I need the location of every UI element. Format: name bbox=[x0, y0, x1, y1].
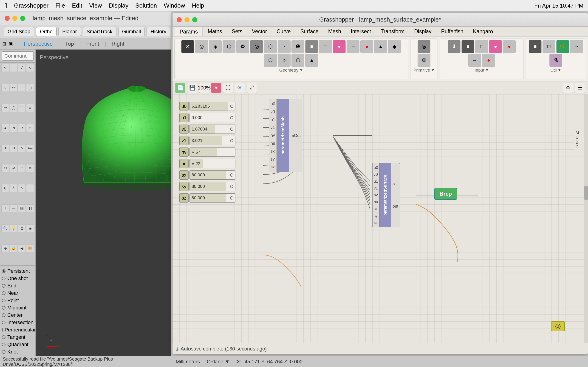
polyline-tool[interactable]: ╱ bbox=[18, 64, 26, 72]
gh-save-btn[interactable]: 💾 bbox=[187, 83, 197, 93]
param-label-u1[interactable]: u1 bbox=[179, 113, 189, 122]
array-tool[interactable]: ⋮ bbox=[26, 184, 34, 192]
gh-fullscreen-btn[interactable]: ⛶ bbox=[223, 83, 233, 93]
osnap-knot[interactable]: Knot bbox=[2, 348, 34, 356]
sweep-tool[interactable]: ⟳ bbox=[18, 124, 26, 132]
maximize-button[interactable] bbox=[20, 16, 25, 21]
gh-close-button[interactable] bbox=[177, 17, 182, 22]
icon-util-arrow[interactable]: → bbox=[570, 40, 583, 53]
gh-options-btn[interactable]: ☰ bbox=[575, 83, 585, 93]
icon-input-arrow[interactable]: → bbox=[468, 54, 481, 67]
gh-settings-btn[interactable]: ⚙ bbox=[563, 83, 573, 93]
dim-tool[interactable]: ↔ bbox=[10, 204, 17, 212]
param-label-sz[interactable]: sz bbox=[179, 193, 189, 202]
osnap-perpendicular[interactable]: Perpendicular bbox=[2, 326, 34, 334]
offset-tool[interactable]: ≡ bbox=[26, 104, 34, 112]
icon-diamond[interactable]: ◈ bbox=[209, 40, 222, 53]
param-label-u0[interactable]: u0 bbox=[179, 102, 189, 111]
explode-tool[interactable]: ✶ bbox=[26, 164, 34, 172]
trim-tool[interactable]: ✂ bbox=[1, 164, 9, 172]
gh-scrollbar-thumb-v[interactable] bbox=[584, 186, 588, 200]
command-input[interactable] bbox=[2, 51, 34, 60]
icon-sq2[interactable]: □ bbox=[319, 40, 332, 53]
parametrized-surface-node[interactable]: u0 v0 u1 v1 nv nu sx sy sz parametrizedS… bbox=[372, 163, 400, 227]
param-label-sx[interactable]: sx bbox=[179, 170, 189, 180]
osnap-tangent[interactable]: Tangent bbox=[2, 334, 34, 341]
tab-params[interactable]: Params bbox=[175, 27, 203, 36]
osnap-center[interactable]: Center bbox=[2, 311, 34, 319]
param-slider-sx[interactable]: 80.000 bbox=[190, 170, 235, 180]
parametrized-mesh-node[interactable]: u0 v0 u1 v1 nv nu sx sy sz parametrizedM… bbox=[269, 99, 302, 172]
tab-right[interactable]: Right bbox=[107, 39, 129, 48]
gh-bake-btn[interactable]: 🖊 bbox=[247, 83, 257, 93]
menu-window[interactable]: Window bbox=[164, 2, 185, 9]
smarttrack-button[interactable]: SmartTrack bbox=[83, 27, 116, 36]
osnap-persistent[interactable]: Persistent bbox=[2, 267, 34, 275]
tab-sets[interactable]: Sets bbox=[227, 27, 247, 36]
osnap-end[interactable]: End bbox=[2, 282, 34, 290]
gh-new-btn[interactable]: 📄 bbox=[175, 83, 185, 93]
freeform-tool[interactable]: 〜 bbox=[1, 104, 9, 112]
loft-tool[interactable]: ⊓ bbox=[26, 124, 34, 132]
param-slider-v1[interactable]: 3.021 bbox=[190, 136, 235, 145]
split-tool[interactable]: ⊘ bbox=[10, 164, 17, 172]
block-tool[interactable]: ◧ bbox=[26, 204, 34, 212]
icon-sq1[interactable]: ■ bbox=[305, 40, 318, 53]
tab-maths[interactable]: Maths bbox=[203, 27, 227, 36]
osnap-near[interactable]: Near bbox=[2, 290, 34, 297]
icon-util-sq2[interactable]: □ bbox=[543, 40, 555, 53]
viewport-layout-icon[interactable]: ▣ bbox=[9, 41, 13, 47]
icon-circle3[interactable]: ○ bbox=[278, 54, 291, 67]
tab-front[interactable]: Front bbox=[82, 39, 104, 48]
rect-tool[interactable]: □ bbox=[18, 84, 26, 92]
move-tool[interactable]: ✛ bbox=[1, 144, 9, 152]
icon-hex3[interactable]: ⬡ bbox=[264, 54, 277, 67]
icon-input-down[interactable]: ⬇ bbox=[448, 40, 460, 53]
tab-transform[interactable]: Transform bbox=[376, 27, 409, 36]
osnap-intersection[interactable]: Intersection bbox=[2, 319, 34, 326]
gh-zoom-heart[interactable]: ♥ bbox=[211, 83, 221, 93]
icon-circle1[interactable]: ◎ bbox=[195, 40, 208, 53]
close-button[interactable] bbox=[5, 16, 10, 21]
icon-input-sq2[interactable]: □ bbox=[475, 40, 488, 53]
layer-tool[interactable]: ≣ bbox=[18, 224, 26, 232]
icon-hex1[interactable]: ⬡ bbox=[223, 40, 235, 53]
brep-node[interactable]: Brep bbox=[434, 188, 457, 200]
gh-canvas[interactable]: u0 6.283185 u1 0.000 v0 bbox=[173, 94, 588, 354]
polygon-tool[interactable]: ⬡ bbox=[26, 84, 34, 92]
param-slider-nu[interactable]: ⋄ 22 bbox=[190, 159, 235, 168]
snap-tool[interactable]: ⊙ bbox=[1, 244, 9, 252]
apple-menu[interactable]:  bbox=[5, 2, 7, 10]
arc-tool[interactable]: ◠ bbox=[10, 84, 17, 92]
icon-input-sq1[interactable]: ■ bbox=[461, 40, 474, 53]
tab-display[interactable]: Display bbox=[409, 27, 436, 36]
tab-intersect[interactable]: Intersect bbox=[346, 27, 376, 36]
icon-util-flask[interactable]: ⚗ bbox=[549, 54, 562, 67]
param-slider-u0[interactable]: 6.283185 bbox=[190, 102, 235, 111]
extrude-tool[interactable]: ▲ bbox=[1, 124, 9, 132]
gh-preview-btn[interactable]: 👁 bbox=[235, 83, 245, 93]
param-label-sy[interactable]: sy bbox=[179, 182, 189, 191]
text-tool[interactable]: T bbox=[1, 204, 9, 212]
boolean-union[interactable]: ∪ bbox=[1, 184, 9, 192]
icon-hex2[interactable]: ⬡ bbox=[264, 40, 277, 53]
gh-minimize-button[interactable] bbox=[184, 17, 190, 22]
param-slider-v0[interactable]: 1.67604 bbox=[190, 125, 235, 134]
icon-input-pink[interactable]: ● bbox=[489, 40, 502, 53]
osnap-point[interactable]: Point bbox=[2, 297, 34, 304]
gumball-button[interactable]: Gumball bbox=[118, 27, 145, 36]
icon-arrow[interactable]: → bbox=[346, 40, 359, 53]
param-label-nu[interactable]: nu bbox=[179, 159, 189, 168]
icon-prim-num[interactable]: ① bbox=[418, 54, 431, 67]
menu-edit[interactable]: Edit bbox=[72, 2, 82, 9]
osnap-quadrant[interactable]: Quadrant bbox=[2, 341, 34, 348]
param-label-v0[interactable]: v0 bbox=[179, 125, 189, 134]
menu-solution[interactable]: Solution bbox=[135, 2, 157, 9]
icon-red-ball[interactable]: ● bbox=[360, 40, 373, 53]
viewport-split-icon[interactable]: ⊞ bbox=[2, 41, 6, 47]
icon-tri2[interactable]: ▲ bbox=[305, 54, 318, 67]
boolean-diff[interactable]: ∖ bbox=[10, 184, 17, 192]
curve-tool[interactable]: ∿ bbox=[26, 64, 34, 72]
light-tool[interactable]: 💡 bbox=[10, 224, 17, 232]
bottom-node[interactable]: {0} bbox=[551, 321, 565, 331]
